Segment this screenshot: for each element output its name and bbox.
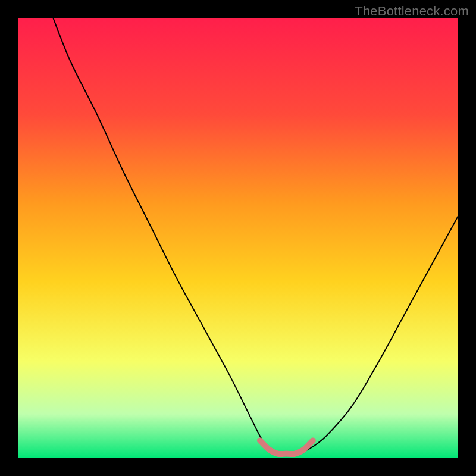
plot-area bbox=[18, 18, 458, 458]
chart-frame: TheBottleneck.com bbox=[0, 0, 476, 476]
watermark-text: TheBottleneck.com bbox=[355, 4, 469, 19]
bottleneck-chart bbox=[18, 18, 458, 458]
